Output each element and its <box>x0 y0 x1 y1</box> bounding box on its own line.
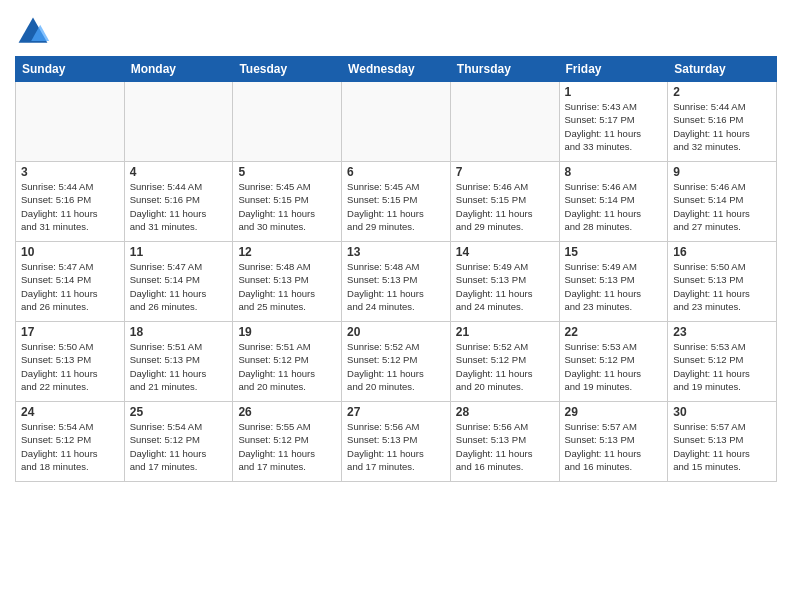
header <box>15 10 777 50</box>
day-info: Sunrise: 5:51 AMSunset: 5:12 PMDaylight:… <box>238 340 336 393</box>
day-number: 21 <box>456 325 554 339</box>
day-info: Sunrise: 5:43 AMSunset: 5:17 PMDaylight:… <box>565 100 663 153</box>
calendar-cell: 25Sunrise: 5:54 AMSunset: 5:12 PMDayligh… <box>124 402 233 482</box>
day-number: 16 <box>673 245 771 259</box>
calendar-cell: 27Sunrise: 5:56 AMSunset: 5:13 PMDayligh… <box>342 402 451 482</box>
day-info: Sunrise: 5:44 AMSunset: 5:16 PMDaylight:… <box>21 180 119 233</box>
calendar-cell: 30Sunrise: 5:57 AMSunset: 5:13 PMDayligh… <box>668 402 777 482</box>
day-number: 17 <box>21 325 119 339</box>
day-number: 27 <box>347 405 445 419</box>
day-number: 20 <box>347 325 445 339</box>
col-header-thursday: Thursday <box>450 57 559 82</box>
calendar-cell <box>16 82 125 162</box>
day-number: 7 <box>456 165 554 179</box>
day-info: Sunrise: 5:48 AMSunset: 5:13 PMDaylight:… <box>347 260 445 313</box>
calendar-cell: 14Sunrise: 5:49 AMSunset: 5:13 PMDayligh… <box>450 242 559 322</box>
calendar-cell: 2Sunrise: 5:44 AMSunset: 5:16 PMDaylight… <box>668 82 777 162</box>
calendar-cell: 6Sunrise: 5:45 AMSunset: 5:15 PMDaylight… <box>342 162 451 242</box>
day-number: 23 <box>673 325 771 339</box>
day-number: 14 <box>456 245 554 259</box>
week-row-2: 10Sunrise: 5:47 AMSunset: 5:14 PMDayligh… <box>16 242 777 322</box>
week-row-0: 1Sunrise: 5:43 AMSunset: 5:17 PMDaylight… <box>16 82 777 162</box>
day-number: 10 <box>21 245 119 259</box>
calendar-cell <box>342 82 451 162</box>
day-info: Sunrise: 5:49 AMSunset: 5:13 PMDaylight:… <box>565 260 663 313</box>
day-number: 9 <box>673 165 771 179</box>
calendar-cell: 4Sunrise: 5:44 AMSunset: 5:16 PMDaylight… <box>124 162 233 242</box>
calendar-cell: 21Sunrise: 5:52 AMSunset: 5:12 PMDayligh… <box>450 322 559 402</box>
day-info: Sunrise: 5:57 AMSunset: 5:13 PMDaylight:… <box>565 420 663 473</box>
calendar-cell: 8Sunrise: 5:46 AMSunset: 5:14 PMDaylight… <box>559 162 668 242</box>
logo <box>15 14 55 50</box>
day-info: Sunrise: 5:50 AMSunset: 5:13 PMDaylight:… <box>21 340 119 393</box>
day-number: 13 <box>347 245 445 259</box>
day-number: 29 <box>565 405 663 419</box>
calendar-cell: 16Sunrise: 5:50 AMSunset: 5:13 PMDayligh… <box>668 242 777 322</box>
calendar-cell: 11Sunrise: 5:47 AMSunset: 5:14 PMDayligh… <box>124 242 233 322</box>
week-row-4: 24Sunrise: 5:54 AMSunset: 5:12 PMDayligh… <box>16 402 777 482</box>
day-number: 1 <box>565 85 663 99</box>
day-info: Sunrise: 5:46 AMSunset: 5:14 PMDaylight:… <box>673 180 771 233</box>
day-info: Sunrise: 5:46 AMSunset: 5:14 PMDaylight:… <box>565 180 663 233</box>
week-row-1: 3Sunrise: 5:44 AMSunset: 5:16 PMDaylight… <box>16 162 777 242</box>
calendar-cell: 18Sunrise: 5:51 AMSunset: 5:13 PMDayligh… <box>124 322 233 402</box>
calendar-cell: 22Sunrise: 5:53 AMSunset: 5:12 PMDayligh… <box>559 322 668 402</box>
day-number: 12 <box>238 245 336 259</box>
calendar-cell: 13Sunrise: 5:48 AMSunset: 5:13 PMDayligh… <box>342 242 451 322</box>
day-number: 2 <box>673 85 771 99</box>
calendar-table: SundayMondayTuesdayWednesdayThursdayFrid… <box>15 56 777 482</box>
day-info: Sunrise: 5:45 AMSunset: 5:15 PMDaylight:… <box>347 180 445 233</box>
day-number: 26 <box>238 405 336 419</box>
calendar-cell: 12Sunrise: 5:48 AMSunset: 5:13 PMDayligh… <box>233 242 342 322</box>
day-number: 19 <box>238 325 336 339</box>
day-info: Sunrise: 5:52 AMSunset: 5:12 PMDaylight:… <box>456 340 554 393</box>
calendar-cell: 26Sunrise: 5:55 AMSunset: 5:12 PMDayligh… <box>233 402 342 482</box>
day-info: Sunrise: 5:44 AMSunset: 5:16 PMDaylight:… <box>673 100 771 153</box>
day-info: Sunrise: 5:56 AMSunset: 5:13 PMDaylight:… <box>456 420 554 473</box>
calendar-cell <box>233 82 342 162</box>
day-info: Sunrise: 5:49 AMSunset: 5:13 PMDaylight:… <box>456 260 554 313</box>
calendar-cell: 10Sunrise: 5:47 AMSunset: 5:14 PMDayligh… <box>16 242 125 322</box>
day-number: 3 <box>21 165 119 179</box>
day-number: 28 <box>456 405 554 419</box>
day-number: 25 <box>130 405 228 419</box>
col-header-friday: Friday <box>559 57 668 82</box>
day-info: Sunrise: 5:46 AMSunset: 5:15 PMDaylight:… <box>456 180 554 233</box>
calendar-cell: 17Sunrise: 5:50 AMSunset: 5:13 PMDayligh… <box>16 322 125 402</box>
week-row-3: 17Sunrise: 5:50 AMSunset: 5:13 PMDayligh… <box>16 322 777 402</box>
col-header-tuesday: Tuesday <box>233 57 342 82</box>
day-number: 24 <box>21 405 119 419</box>
day-info: Sunrise: 5:44 AMSunset: 5:16 PMDaylight:… <box>130 180 228 233</box>
day-number: 22 <box>565 325 663 339</box>
calendar-cell: 29Sunrise: 5:57 AMSunset: 5:13 PMDayligh… <box>559 402 668 482</box>
calendar-cell: 7Sunrise: 5:46 AMSunset: 5:15 PMDaylight… <box>450 162 559 242</box>
calendar-cell: 1Sunrise: 5:43 AMSunset: 5:17 PMDaylight… <box>559 82 668 162</box>
day-number: 18 <box>130 325 228 339</box>
day-info: Sunrise: 5:48 AMSunset: 5:13 PMDaylight:… <box>238 260 336 313</box>
day-info: Sunrise: 5:52 AMSunset: 5:12 PMDaylight:… <box>347 340 445 393</box>
day-info: Sunrise: 5:57 AMSunset: 5:13 PMDaylight:… <box>673 420 771 473</box>
calendar-cell: 23Sunrise: 5:53 AMSunset: 5:12 PMDayligh… <box>668 322 777 402</box>
day-info: Sunrise: 5:47 AMSunset: 5:14 PMDaylight:… <box>130 260 228 313</box>
calendar-cell: 20Sunrise: 5:52 AMSunset: 5:12 PMDayligh… <box>342 322 451 402</box>
day-info: Sunrise: 5:54 AMSunset: 5:12 PMDaylight:… <box>130 420 228 473</box>
header-row: SundayMondayTuesdayWednesdayThursdayFrid… <box>16 57 777 82</box>
calendar-cell <box>450 82 559 162</box>
day-info: Sunrise: 5:45 AMSunset: 5:15 PMDaylight:… <box>238 180 336 233</box>
day-info: Sunrise: 5:51 AMSunset: 5:13 PMDaylight:… <box>130 340 228 393</box>
col-header-monday: Monday <box>124 57 233 82</box>
day-number: 4 <box>130 165 228 179</box>
day-number: 8 <box>565 165 663 179</box>
calendar-cell: 19Sunrise: 5:51 AMSunset: 5:12 PMDayligh… <box>233 322 342 402</box>
day-info: Sunrise: 5:47 AMSunset: 5:14 PMDaylight:… <box>21 260 119 313</box>
col-header-sunday: Sunday <box>16 57 125 82</box>
day-info: Sunrise: 5:55 AMSunset: 5:12 PMDaylight:… <box>238 420 336 473</box>
day-number: 30 <box>673 405 771 419</box>
day-number: 5 <box>238 165 336 179</box>
day-info: Sunrise: 5:56 AMSunset: 5:13 PMDaylight:… <box>347 420 445 473</box>
calendar-cell: 15Sunrise: 5:49 AMSunset: 5:13 PMDayligh… <box>559 242 668 322</box>
calendar-cell: 24Sunrise: 5:54 AMSunset: 5:12 PMDayligh… <box>16 402 125 482</box>
calendar-cell: 9Sunrise: 5:46 AMSunset: 5:14 PMDaylight… <box>668 162 777 242</box>
col-header-wednesday: Wednesday <box>342 57 451 82</box>
logo-icon <box>15 14 51 50</box>
